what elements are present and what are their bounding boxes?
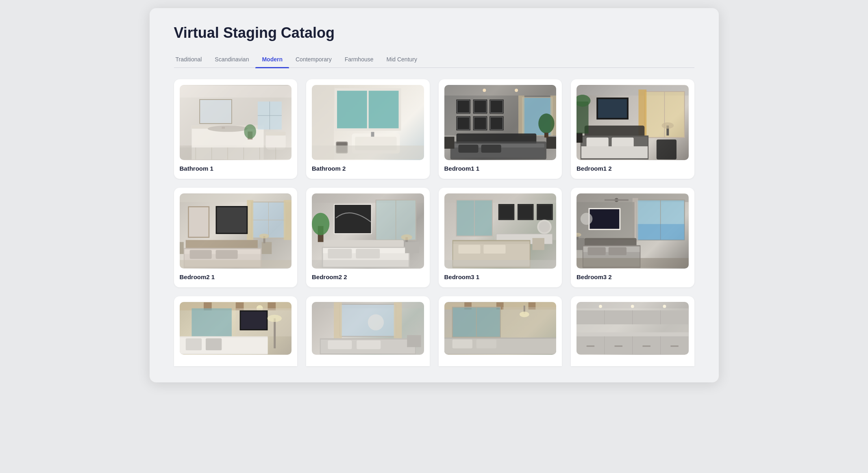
card-partial1[interactable]: [174, 296, 298, 366]
card-label-bedroom1-1: Bedroom1 1: [444, 165, 480, 172]
svg-rect-152: [483, 245, 505, 254]
svg-rect-47: [457, 117, 470, 130]
svg-point-15: [244, 124, 256, 139]
svg-rect-43: [474, 100, 486, 113]
room-scene-bathroom2: [312, 85, 424, 160]
card-bathroom1[interactable]: Bathroom 1: [174, 79, 298, 179]
svg-rect-63: [546, 137, 556, 149]
card-bedroom1-2[interactable]: Bedroom1 2: [571, 79, 694, 179]
card-bedroom3-2[interactable]: Bedroom3 2: [571, 188, 694, 287]
svg-rect-6: [200, 100, 232, 124]
svg-rect-45: [490, 100, 503, 113]
svg-rect-167: [590, 209, 619, 229]
svg-rect-105: [180, 242, 184, 254]
svg-rect-54: [518, 95, 524, 135]
catalog-grid: Bathroom 1: [174, 79, 694, 287]
svg-rect-178: [576, 258, 689, 268]
card-image-bedroom3-2: [576, 193, 689, 269]
svg-rect-75: [587, 137, 609, 148]
svg-rect-60: [458, 145, 478, 153]
svg-rect-1: [180, 85, 292, 98]
card-bedroom3-1[interactable]: Bedroom3 1: [439, 188, 562, 287]
card-bedroom2-2[interactable]: Bedroom2 2: [306, 188, 430, 287]
card-label-bedroom3-2: Bedroom3 2: [576, 273, 612, 280]
svg-rect-239: [587, 345, 595, 347]
tab-contemporary[interactable]: Contemporary: [289, 53, 338, 67]
card-label-bedroom2-1: Bedroom2 1: [180, 273, 215, 280]
svg-point-202: [368, 315, 384, 330]
svg-rect-51: [490, 117, 503, 130]
svg-rect-78: [576, 133, 583, 143]
room-scene-bedroom2-1: [180, 193, 292, 269]
tabs-nav: Traditional Scandinavian Modern Contempo…: [174, 53, 694, 68]
svg-rect-165: [616, 199, 629, 201]
svg-rect-223: [476, 340, 496, 349]
card-image-bedroom2-1: [180, 193, 292, 269]
svg-rect-119: [335, 205, 371, 233]
svg-rect-11: [265, 134, 285, 150]
card-bedroom2-1[interactable]: Bedroom2 1: [174, 188, 298, 287]
svg-rect-12: [265, 132, 285, 136]
room-scene-partial3: [444, 302, 557, 355]
svg-rect-109: [180, 260, 292, 268]
card-partial2[interactable]: [306, 296, 430, 366]
svg-rect-130: [405, 242, 419, 254]
svg-rect-106: [261, 242, 272, 254]
card-image-partial2: [312, 302, 424, 355]
svg-point-195: [267, 315, 281, 322]
svg-rect-129: [312, 260, 424, 268]
svg-rect-174: [588, 247, 606, 255]
svg-rect-13: [222, 127, 225, 129]
svg-rect-189: [241, 312, 266, 329]
card-image-partial3: [444, 302, 557, 355]
partial-grid: [174, 296, 694, 366]
svg-point-108: [259, 234, 269, 239]
svg-rect-154: [444, 260, 557, 268]
card-label-bedroom2-2: Bedroom2 2: [312, 273, 347, 280]
card-label-bedroom1-2: Bedroom1 2: [576, 165, 612, 172]
svg-rect-87: [180, 194, 292, 202]
svg-rect-125: [328, 249, 352, 258]
card-image-bedroom2-2: [312, 193, 424, 269]
svg-rect-16: [180, 148, 292, 160]
room-scene-bedroom1-2: [576, 85, 689, 160]
svg-rect-143: [537, 205, 552, 219]
card-image-bedroom3-1: [444, 193, 557, 269]
svg-point-226: [599, 305, 602, 308]
svg-rect-93: [283, 200, 292, 240]
svg-rect-49: [474, 117, 486, 130]
svg-rect-164: [605, 199, 617, 201]
svg-rect-234: [576, 332, 689, 336]
room-scene-bedroom1-1: [444, 85, 557, 160]
card-partial3[interactable]: [439, 296, 562, 366]
tab-traditional[interactable]: Traditional: [174, 53, 209, 67]
svg-rect-175: [609, 247, 627, 255]
card-image-bathroom1: [180, 85, 292, 160]
tab-farmhouse[interactable]: Farmhouse: [338, 53, 380, 67]
svg-point-37: [483, 89, 486, 92]
card-bedroom1-1[interactable]: Bedroom1 1: [439, 79, 562, 179]
svg-rect-241: [642, 345, 650, 347]
card-image-partial4: [576, 302, 689, 355]
tab-mid-century[interactable]: Mid Century: [380, 53, 424, 67]
svg-rect-193: [205, 338, 221, 351]
svg-rect-126: [356, 249, 380, 258]
svg-rect-222: [452, 340, 472, 349]
card-label-bathroom2: Bathroom 2: [312, 165, 346, 172]
tab-modern[interactable]: Modern: [255, 53, 289, 67]
svg-rect-82: [598, 99, 627, 118]
card-partial4[interactable]: [571, 296, 694, 366]
svg-point-219: [519, 312, 529, 317]
room-scene-partial1: [180, 302, 292, 355]
svg-rect-61: [481, 145, 501, 153]
svg-rect-104: [215, 250, 237, 259]
card-image-partial1: [180, 302, 292, 355]
tab-scandinavian[interactable]: Scandinavian: [208, 53, 255, 67]
svg-rect-217: [502, 307, 556, 337]
card-bathroom2[interactable]: Bathroom 2: [306, 79, 430, 179]
room-scene-partial2: [312, 302, 424, 355]
svg-rect-62: [444, 137, 455, 149]
svg-rect-83: [657, 139, 677, 159]
svg-rect-205: [328, 341, 352, 349]
svg-rect-103: [189, 250, 211, 259]
